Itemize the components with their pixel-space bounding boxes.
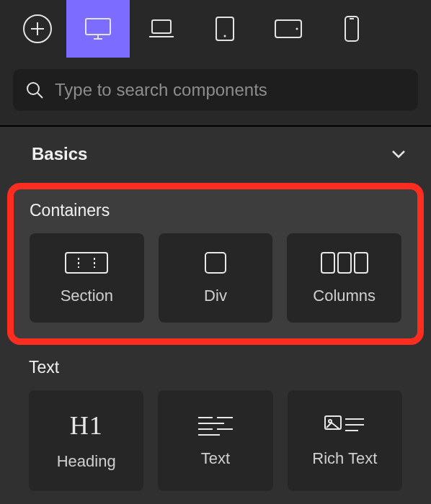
svg-point-14 [27,83,39,94]
device-tablet-landscape[interactable] [257,0,320,58]
containers-group-title: Containers [30,201,401,220]
search-icon [25,80,45,100]
desktop-icon [82,17,114,40]
tile-label: Columns [313,287,376,305]
tile-label: Heading [57,452,116,471]
tile-label: Rich Text [312,449,377,468]
rich-text-icon [322,413,367,438]
phone-icon [344,15,360,42]
svg-rect-19 [205,253,226,273]
svg-rect-12 [345,17,358,41]
search-region [0,58,431,125]
components-panel: Basics Containers Section Div [0,125,431,504]
text-icon [195,413,236,438]
add-button[interactable] [9,0,66,58]
div-icon [203,251,228,275]
tablet-icon [215,16,235,42]
svg-rect-6 [152,20,171,33]
search-input[interactable] [55,80,406,100]
top-toolbar [0,0,431,58]
laptop-icon [147,18,176,40]
svg-rect-16 [66,253,107,273]
heading-icon: H1 [70,410,103,441]
basics-row[interactable]: Basics [0,132,431,179]
component-text[interactable]: Text [158,390,272,491]
text-tiles: H1 Heading Text [29,390,402,491]
plus-circle-icon [22,13,53,45]
component-div[interactable]: Div [159,233,273,323]
svg-rect-21 [338,253,351,273]
device-tablet[interactable] [193,0,257,58]
search-box[interactable] [13,69,418,111]
svg-rect-3 [86,19,110,35]
tablet-landscape-icon [274,19,303,39]
svg-point-9 [224,35,226,37]
chevron-down-icon [391,149,406,159]
device-laptop[interactable] [130,0,193,58]
tile-label: Section [61,287,113,305]
containers-group-highlight: Containers Section Div [7,183,424,345]
svg-rect-22 [355,253,368,273]
component-section[interactable]: Section [30,233,144,323]
columns-icon [320,251,369,275]
tile-label: Text [201,449,230,468]
component-columns[interactable]: Columns [287,233,401,323]
component-rich-text[interactable]: Rich Text [288,390,402,491]
section-icon [63,251,110,275]
device-phone[interactable] [320,0,383,58]
svg-point-11 [296,28,298,30]
containers-tiles: Section Div Columns [30,233,401,323]
text-group: Text H1 Heading Text [0,358,431,491]
text-group-title: Text [29,358,402,377]
component-heading[interactable]: H1 Heading [29,390,143,491]
svg-rect-20 [321,253,334,273]
basics-label: Basics [32,144,87,164]
device-desktop[interactable] [66,0,130,58]
tile-label: Div [204,287,227,305]
svg-line-15 [37,93,43,98]
